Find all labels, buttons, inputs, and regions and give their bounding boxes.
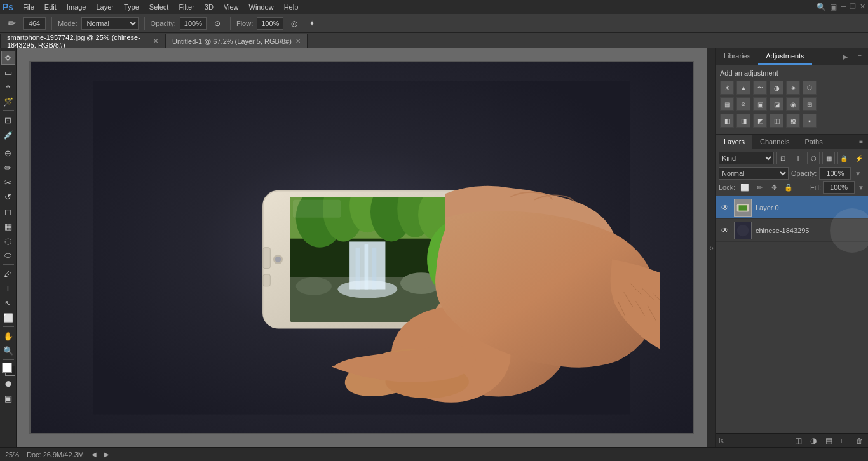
gradient-tool[interactable]: ▦ bbox=[1, 219, 15, 233]
adj-selectivecolor[interactable]: ◫ bbox=[770, 114, 783, 128]
adj-colorlookup[interactable]: ◉ bbox=[786, 97, 800, 111]
select-rect-tool[interactable]: ▭ bbox=[1, 65, 15, 79]
layer-mode-select[interactable]: Normal bbox=[719, 167, 789, 180]
paths-tab[interactable]: Paths bbox=[797, 135, 831, 149]
kind-btn1[interactable]: ⊡ bbox=[776, 152, 789, 164]
nav-prev-btn[interactable]: ◀ bbox=[92, 451, 97, 458]
kind-btn3[interactable]: ⬡ bbox=[807, 152, 820, 164]
text-tool[interactable]: T bbox=[1, 281, 15, 295]
eraser-tool[interactable]: ◻ bbox=[1, 204, 15, 218]
adj-patterns[interactable]: ▩ bbox=[786, 114, 800, 128]
layer-item-0[interactable]: 👁 Layer 0 bbox=[716, 196, 868, 219]
fill-value[interactable] bbox=[823, 181, 855, 194]
color-swatches[interactable] bbox=[1, 362, 15, 376]
restore-btn[interactable]: ❐ bbox=[850, 3, 856, 11]
mode-select[interactable]: Normal bbox=[81, 17, 139, 30]
menu-select[interactable]: Select bbox=[145, 2, 173, 12]
eyedropper-tool[interactable]: 💉 bbox=[1, 128, 15, 142]
tab-2[interactable]: Untitled-1 @ 67.2% (Layer 5, RGB/8#) ✕ bbox=[165, 34, 308, 48]
menu-view[interactable]: View bbox=[219, 2, 243, 12]
dodge-tool[interactable]: ⬭ bbox=[1, 248, 15, 262]
opacity-brush-icon[interactable]: ⊙ bbox=[210, 17, 224, 30]
menu-filter[interactable]: Filter bbox=[174, 2, 198, 12]
adj-levels[interactable]: ▲ bbox=[736, 81, 750, 95]
libraries-tab[interactable]: Libraries bbox=[716, 48, 758, 65]
adj-vibrance[interactable]: ◈ bbox=[786, 81, 800, 95]
adj-colorbalance[interactable]: ▦ bbox=[720, 97, 734, 111]
channels-tab[interactable]: Channels bbox=[752, 135, 797, 149]
move-tool[interactable]: ✥ bbox=[1, 51, 15, 65]
adj-gradientmap[interactable]: ◩ bbox=[753, 114, 767, 128]
canvas-area[interactable] bbox=[17, 48, 707, 447]
path-select-tool[interactable]: ↖ bbox=[1, 296, 15, 310]
adj-curves[interactable]: 〜 bbox=[753, 81, 767, 95]
crop-tool[interactable]: ⊡ bbox=[1, 113, 15, 127]
zoom-tool[interactable]: 🔍 bbox=[1, 344, 15, 357]
delete-layer-btn[interactable]: 🗑 bbox=[853, 435, 865, 446]
tab-2-close[interactable]: ✕ bbox=[295, 37, 301, 44]
menu-image[interactable]: Image bbox=[62, 2, 91, 12]
menu-window[interactable]: Window bbox=[245, 2, 278, 12]
opacity-value[interactable] bbox=[819, 167, 851, 180]
brush-size-input[interactable] bbox=[23, 17, 46, 30]
history-brush-tool[interactable]: ↺ bbox=[1, 190, 15, 204]
adjustment-layer-btn[interactable]: ◑ bbox=[807, 435, 820, 446]
quick-mask-tool[interactable]: ⬤ bbox=[1, 377, 15, 391]
tab-1[interactable]: smartphone-1957742.jpg @ 25% (chinese-18… bbox=[0, 34, 165, 48]
close-btn[interactable]: ✕ bbox=[860, 3, 865, 11]
adj-threshold[interactable]: ◨ bbox=[736, 114, 750, 128]
layers-menu-btn[interactable]: ≡ bbox=[854, 135, 868, 149]
blur-tool[interactable]: ◌ bbox=[1, 234, 15, 248]
kind-btn5[interactable]: 🔒 bbox=[837, 152, 850, 164]
opacity-input[interactable] bbox=[180, 17, 207, 30]
menu-layer[interactable]: Layer bbox=[92, 2, 118, 12]
new-layer-btn[interactable]: □ bbox=[837, 435, 850, 446]
adj-channelmixer[interactable]: ◪ bbox=[770, 97, 783, 111]
adj-photofilter[interactable]: ▣ bbox=[753, 97, 767, 111]
pen-tool[interactable]: 🖊 bbox=[1, 267, 15, 281]
kind-select[interactable]: Kind bbox=[719, 152, 774, 164]
kind-btn2[interactable]: T bbox=[792, 152, 804, 164]
opacity-arrow[interactable]: ▼ bbox=[853, 169, 862, 178]
hand-tool[interactable]: ✋ bbox=[1, 329, 15, 343]
search-icon[interactable]: 🔍 bbox=[817, 3, 826, 11]
kind-btn6[interactable]: ⚡ bbox=[853, 152, 865, 164]
layer-item-chinese[interactable]: 👁 chinese-1843295 bbox=[716, 219, 868, 242]
lock-pixels-btn[interactable]: ✏ bbox=[753, 181, 766, 194]
adj-misc[interactable]: ▪ bbox=[803, 114, 817, 128]
adj-exposure[interactable]: ◑ bbox=[770, 81, 783, 95]
lock-transparent-btn[interactable]: ⬜ bbox=[738, 181, 751, 194]
menu-edit[interactable]: Edit bbox=[40, 2, 61, 12]
lasso-tool[interactable]: ⌖ bbox=[1, 80, 15, 94]
panel-play-btn[interactable]: ▶ bbox=[839, 50, 851, 63]
brush-tool[interactable]: ✏ bbox=[1, 161, 15, 175]
fill-arrow[interactable]: ▼ bbox=[857, 183, 865, 192]
menu-3d[interactable]: 3D bbox=[200, 2, 218, 12]
adj-huesat[interactable]: ⬡ bbox=[803, 81, 817, 95]
panel-menu-btn[interactable]: ≡ bbox=[854, 50, 865, 63]
shape-tool[interactable]: ⬜ bbox=[1, 311, 15, 324]
minimize-btn[interactable]: ─ bbox=[841, 3, 846, 11]
layer-eye-chinese[interactable]: 👁 bbox=[720, 225, 730, 236]
adj-brightness[interactable]: ☀ bbox=[720, 81, 734, 95]
lock-position-btn[interactable]: ✥ bbox=[768, 181, 780, 194]
clone-tool[interactable]: ✂ bbox=[1, 175, 15, 189]
flow-input[interactable] bbox=[257, 17, 283, 30]
menu-file[interactable]: File bbox=[18, 2, 39, 12]
add-mask-btn[interactable]: ◫ bbox=[792, 435, 804, 446]
menu-help[interactable]: Help bbox=[280, 2, 303, 12]
layer-eye-0[interactable]: 👁 bbox=[720, 203, 730, 213]
layers-tab[interactable]: Layers bbox=[716, 135, 752, 149]
nav-next-btn[interactable]: ▶ bbox=[104, 451, 109, 458]
adjustments-tab[interactable]: Adjustments bbox=[758, 48, 812, 65]
fx-icon[interactable]: fx bbox=[719, 437, 724, 444]
adj-invert[interactable]: ⊞ bbox=[803, 97, 817, 111]
group-layer-btn[interactable]: ▤ bbox=[822, 435, 835, 446]
menu-type[interactable]: Type bbox=[119, 2, 144, 12]
workspace-icon[interactable]: ▣ bbox=[830, 3, 837, 11]
kind-btn4[interactable]: ▦ bbox=[822, 152, 835, 164]
adj-posterize[interactable]: ◧ bbox=[720, 114, 734, 128]
magic-wand-tool[interactable]: 🪄 bbox=[1, 95, 15, 109]
collapse-handle[interactable]: ‹› bbox=[707, 48, 715, 447]
tab-1-close[interactable]: ✕ bbox=[153, 37, 158, 44]
